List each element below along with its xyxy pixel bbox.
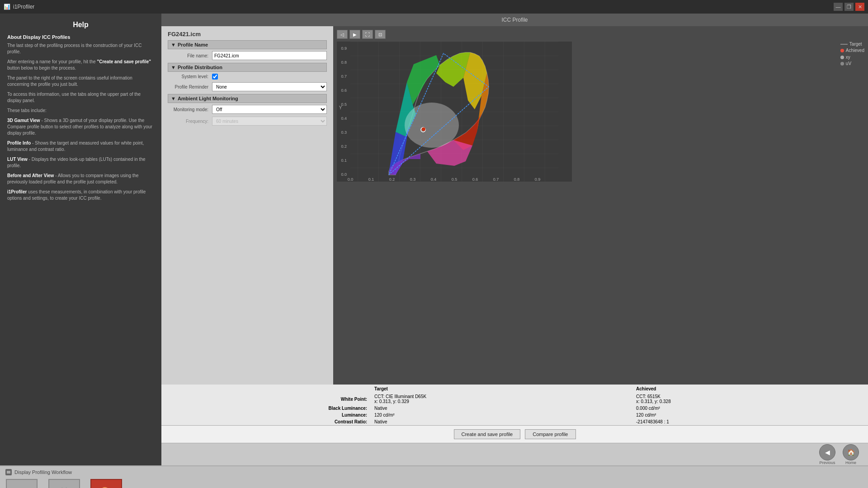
chart-btn-4[interactable]: ⊡	[375, 30, 386, 39]
info-section: Target Achieved White Point: CCT: CIE Il…	[161, 385, 868, 443]
profile-reminder-label: Profile Reminder	[171, 84, 212, 89]
home-label: Home	[845, 460, 856, 465]
svg-text:0.3: 0.3	[410, 177, 416, 182]
col-target-header: Target	[371, 385, 632, 393]
svg-text:0.7: 0.7	[493, 177, 499, 182]
app-title: i1Profiler	[13, 4, 34, 10]
legend-target: Target	[840, 42, 864, 47]
app-body: Help About Display ICC Profiles The last…	[0, 14, 868, 465]
help-item1: 3D Gamut View - Shows a 3D gamut of your…	[7, 117, 154, 136]
svg-text:0.9: 0.9	[341, 46, 347, 51]
help-item3: LUT View - Displays the video look-up ta…	[7, 156, 154, 169]
help-para2: The panel to the right of the screen con…	[7, 75, 154, 88]
monitoring-mode-select[interactable]: Off On	[212, 105, 327, 114]
workflow-steps: 🖥 Display Settings ▶ 📺 Measurement ▶ 🎨 I…	[5, 479, 863, 488]
svg-text:0.7: 0.7	[341, 74, 347, 79]
help-para5: i1Profiler uses these measurements, in c…	[7, 189, 154, 202]
frequency-label: Frequency:	[171, 119, 212, 124]
row-luminance-target: 120 cd/m²	[371, 412, 632, 418]
svg-text:0.6: 0.6	[341, 88, 347, 93]
svg-text:0.5: 0.5	[452, 177, 458, 182]
system-level-checkbox[interactable]	[212, 74, 218, 80]
profile-name-label: Profile Name	[178, 42, 208, 47]
row-contrast-achieved: -2147483648 : 1	[632, 418, 868, 425]
close-button[interactable]: ✕	[855, 3, 864, 11]
profile-reminder-row: Profile Reminder None Daily Weekly	[168, 82, 327, 91]
navigation-bar: ◀ Previous 🏠 Home	[161, 443, 868, 465]
previous-label: Previous	[819, 460, 835, 465]
form-file-title: FG2421.icm	[168, 31, 327, 38]
ambient-light-header[interactable]: ▼ Ambient Light Monitoring	[168, 94, 327, 103]
help-item3-title: LUT View	[7, 157, 28, 162]
previous-button[interactable]: ◀	[819, 444, 835, 460]
chart-toolbar: ◁ ▶ ⛶ ⊡	[337, 30, 864, 39]
monitoring-mode-label: Monitoring mode:	[171, 107, 212, 112]
home-button[interactable]: 🏠	[843, 444, 859, 460]
svg-point-33	[405, 103, 459, 148]
help-section1-text: The last step of the profiling process i…	[7, 42, 154, 55]
chart-panel: ◁ ▶ ⛶ ⊡ Target Achieved	[333, 26, 868, 385]
chart-container: Target Achieved xy uV	[337, 42, 864, 381]
svg-point-37	[422, 127, 425, 131]
profile-name-section-header[interactable]: ▼ Profile Name	[168, 40, 327, 49]
workflow-step-measurement[interactable]: 📺 Measurement	[48, 479, 80, 488]
profile-reminder-select[interactable]: None Daily Weekly	[212, 82, 327, 91]
help-panel: Help About Display ICC Profiles The last…	[0, 14, 161, 465]
triangle-icon2: ▼	[171, 65, 176, 70]
help-item4-title: Before and After View	[7, 173, 54, 178]
svg-text:Y: Y	[339, 105, 342, 110]
frequency-select[interactable]: 60 minutes 30 minutes	[212, 117, 327, 126]
chart-btn-3[interactable]: ⛶	[362, 30, 373, 39]
chart-btn-2[interactable]: ▶	[349, 30, 360, 39]
home-btn-group: 🏠 Home	[843, 444, 859, 465]
chart-btn-1[interactable]: ◁	[337, 30, 348, 39]
help-item2: Profile Info - Shows the target and meas…	[7, 140, 154, 153]
row-black-lum-target: Native	[371, 405, 632, 412]
title-bar-left: 📊 i1Profiler	[4, 4, 34, 10]
col-achieved-header: Achieved	[632, 385, 868, 393]
frequency-row: Frequency: 60 minutes 30 minutes	[168, 117, 327, 126]
legend-uv: uV	[840, 61, 864, 66]
workflow-title: Display Profiling Workflow	[5, 469, 863, 475]
file-name-input[interactable]	[212, 51, 327, 60]
help-item3-text: - Displays the video look-up tables (LUT…	[7, 157, 146, 168]
main-split: FG2421.icm ▼ Profile Name File name: ▼ P…	[161, 26, 868, 385]
help-title: Help	[7, 21, 154, 29]
file-name-label: File name:	[171, 53, 212, 58]
row-black-lum-achieved: 0.000 cd/m²	[632, 405, 868, 412]
workflow-step-icc-profile-icon: 🎨	[90, 479, 122, 488]
minimize-button[interactable]: —	[834, 3, 843, 11]
maximize-button[interactable]: ❐	[844, 3, 854, 11]
help-item1-title: 3D Gamut View	[7, 118, 40, 123]
svg-text:0.2: 0.2	[389, 177, 395, 182]
legend-uv-dot	[840, 62, 844, 66]
legend-xy-dot	[840, 56, 844, 59]
profile-distribution-label: Profile Distribution	[178, 65, 222, 70]
title-bar-controls: — ❐ ✕	[834, 3, 864, 11]
row-white-point-achieved: CCT: 6515K x: 0.313, y: 0.328	[632, 393, 868, 405]
profile-distribution-header[interactable]: ▼ Profile Distribution	[168, 63, 327, 72]
row-black-lum-label: Black Luminance:	[161, 405, 371, 412]
row-contrast-target: Native	[371, 418, 632, 425]
svg-text:0.8: 0.8	[514, 177, 520, 182]
app-icon: 📊	[4, 4, 10, 10]
previous-btn-group: ◀ Previous	[819, 444, 835, 465]
svg-text:0.4: 0.4	[431, 177, 437, 182]
system-level-label: System level:	[171, 74, 212, 79]
workflow-step-icc-profile[interactable]: 🎨 ICC Profile	[90, 479, 122, 488]
icc-profile-header: ICC Profile	[161, 14, 868, 26]
triangle-icon3: ▼	[171, 96, 176, 101]
legend-xy: xy	[840, 55, 864, 60]
row-contrast-label: Contrast Ratio:	[161, 418, 371, 425]
svg-text:0.6: 0.6	[472, 177, 478, 182]
create-save-button[interactable]: Create and save profile	[454, 429, 521, 439]
workflow-step-measurement-icon: 📺	[48, 479, 80, 488]
svg-text:0.1: 0.1	[368, 177, 374, 182]
workflow-icon	[5, 469, 12, 475]
row-luminance-label: Luminance:	[161, 412, 371, 418]
legend-achieved-label: Achieved	[846, 48, 864, 53]
compare-profile-button[interactable]: Compare profile	[525, 429, 576, 439]
workflow-step-display-settings[interactable]: 🖥 Display Settings	[5, 479, 38, 488]
triangle-icon: ▼	[171, 42, 176, 47]
right-content: ICC Profile FG2421.icm ▼ Profile Name Fi…	[161, 14, 868, 465]
